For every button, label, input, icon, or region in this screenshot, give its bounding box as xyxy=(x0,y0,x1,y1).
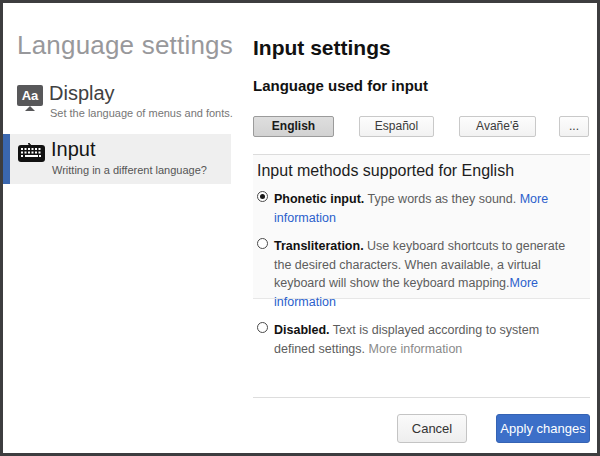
sidebar-item-label: Input xyxy=(51,138,95,161)
footer-actions: Cancel Apply changes xyxy=(253,397,590,443)
option-name: Disabled. xyxy=(274,323,330,337)
language-button-avanee[interactable]: Avañe'ẽ xyxy=(459,116,536,137)
language-button-english[interactable]: English xyxy=(253,116,334,137)
radio-transliteration[interactable] xyxy=(257,238,268,249)
option-text: Disabled. Text is displayed according to… xyxy=(274,323,539,356)
display-aa-icon: Aa xyxy=(17,85,43,106)
input-methods-section: Input methods supported for English Phon… xyxy=(253,154,590,299)
option-phonetic-input: Phonetic input. Type words as they sound… xyxy=(257,189,569,226)
sidebar-item-display[interactable]: Aa Display Set the language of menus and… xyxy=(3,81,231,129)
option-name: Transliteration. xyxy=(274,239,364,253)
radio-disabled[interactable] xyxy=(257,322,268,333)
sidebar: Language settings Aa Display Set the lan… xyxy=(3,3,235,453)
option-disabled: Disabled. Text is displayed according to… xyxy=(257,320,569,357)
apply-changes-button[interactable]: Apply changes xyxy=(496,414,590,443)
input-settings-panel: Input settings Language used for input E… xyxy=(253,3,590,453)
option-text: Transliteration. Use keyboard shortcuts … xyxy=(274,239,565,309)
option-name: Phonetic input. xyxy=(274,192,364,206)
keyboard-icon xyxy=(18,143,45,166)
sidebar-item-subtitle: Writting in a different language? xyxy=(52,164,207,176)
panel-title: Input settings xyxy=(253,36,391,60)
sidebar-item-subtitle: Set the language of menus and fonts. xyxy=(50,107,233,119)
input-methods-title: Input methods supported for English xyxy=(257,162,581,180)
page-title: Language settings xyxy=(17,30,233,61)
cancel-button[interactable]: Cancel xyxy=(397,414,467,443)
more-information-link[interactable]: More information xyxy=(369,342,463,356)
sidebar-item-input[interactable]: Input Writting in a different language? xyxy=(3,134,231,184)
active-item-indicator xyxy=(3,134,10,184)
option-transliteration: Transliteration. Use keyboard shortcuts … xyxy=(257,236,569,310)
option-text: Phonetic input. Type words as they sound… xyxy=(274,192,548,225)
option-description: Type words as they sound. xyxy=(364,192,519,206)
language-button-more[interactable]: ... xyxy=(559,116,589,137)
radio-phonetic-input[interactable] xyxy=(257,191,268,202)
language-section-title: Language used for input xyxy=(253,77,428,94)
language-button-espanol[interactable]: Español xyxy=(359,116,434,137)
sidebar-item-label: Display xyxy=(49,82,115,105)
language-settings-dialog: Language settings Aa Display Set the lan… xyxy=(0,0,600,456)
